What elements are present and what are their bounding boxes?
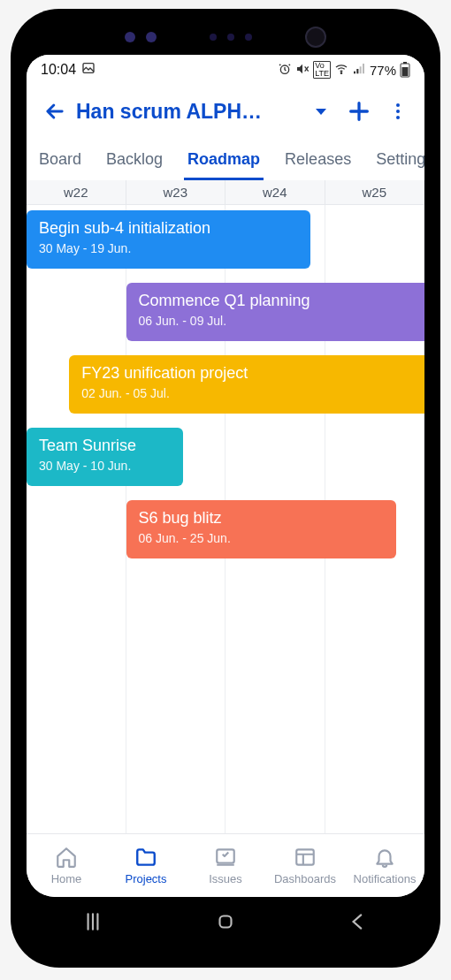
nav-issues[interactable]: Issues [186,834,265,897]
battery-label: 77% [370,63,396,78]
bell-icon [373,846,396,869]
home-icon [55,846,78,869]
svg-point-6 [396,103,400,107]
nav-notifications[interactable]: Notifications [345,834,424,897]
bottom-nav: Home Projects Issues [27,833,424,897]
gantt-bar[interactable]: Begin sub-4 initialization30 May - 19 Ju… [27,210,310,269]
app-bar: Han scrum ALPH… [27,85,424,138]
gantt-bar-dates: 06 Jun. - 25 Jun. [139,531,384,545]
nav-dashboards[interactable]: Dashboards [265,834,345,897]
nav-home[interactable]: Home [27,834,106,897]
gantt-bar-dates: 02 Jun. - 05 Jul. [81,386,424,400]
tab-roadmap[interactable]: Roadmap [175,138,272,180]
tab-backlog[interactable]: Backlog [94,138,175,180]
wifi-icon [334,62,348,79]
gantt-bar-title: Commence Q1 planning [139,292,425,310]
week-label: w22 [27,180,126,204]
nav-label: Dashboards [274,872,336,885]
recents-key[interactable] [81,910,104,937]
week-label: w23 [126,180,226,204]
picture-icon [81,61,96,79]
svg-point-7 [396,110,400,113]
alarm-icon [278,62,292,79]
status-bar: 10:04 VoLTE [27,55,424,85]
chevron-down-icon [316,109,326,115]
tab-releases[interactable]: Releases [272,138,363,180]
gantt-row: FY23 unification project02 Jun. - 05 Jul… [27,350,424,422]
svg-rect-5 [403,62,407,64]
roadmap-timeline[interactable]: w22 w23 w24 w25 Begin sub-4 initializati… [27,180,424,833]
project-title[interactable]: Han scrum ALPH… [76,100,299,124]
status-time: 10:04 [41,62,76,78]
gantt-row: Commence Q1 planning06 Jun. - 09 Jul. [27,277,424,350]
week-label: w25 [325,180,425,204]
gantt-row: S6 bug blitz06 Jun. - 25 Jun. [27,495,424,567]
tab-board[interactable]: Board [27,138,94,180]
gantt-bar-title: S6 bug blitz [139,509,384,528]
back-button[interactable] [37,94,73,129]
gantt-bar-dates: 30 May - 19 Jun. [39,241,298,255]
home-key[interactable] [214,910,237,937]
android-soft-keys [27,899,424,948]
tab-settings[interactable]: Setting [363,138,424,180]
add-button[interactable] [341,94,377,129]
project-tabs: Board Backlog Roadmap Releases Setting [27,138,424,180]
svg-rect-11 [220,916,232,928]
mute-icon [295,62,310,79]
gantt-row: Team Sunrise30 May - 10 Jun. [27,422,424,495]
project-dropdown[interactable] [302,94,338,129]
nav-label: Notifications [354,872,417,885]
tray-icon [214,846,237,869]
battery-icon [400,62,410,78]
gantt-bar-dates: 30 May - 10 Jun. [39,459,171,473]
nav-projects[interactable]: Projects [106,834,186,897]
svg-point-8 [396,116,400,119]
svg-rect-4 [402,67,409,76]
gantt-bar-dates: 06 Jun. - 09 Jul. [139,314,425,328]
nav-label: Issues [209,872,242,885]
svg-rect-10 [296,849,314,864]
week-label: w24 [226,180,325,204]
volte-icon: VoLTE [313,61,331,79]
gantt-bar[interactable]: Team Sunrise30 May - 10 Jun. [27,428,183,486]
gantt-bar-title: Begin sub-4 initialization [39,219,298,238]
gantt-bar-title: FY23 unification project [81,364,424,383]
nav-label: Home [51,872,82,885]
gantt-bar[interactable]: S6 bug blitz06 Jun. - 25 Jun. [126,500,396,558]
nav-label: Projects [126,872,167,885]
svg-point-2 [340,72,341,73]
back-key[interactable] [347,910,370,937]
phone-sensor-bar [125,27,326,48]
folder-icon [134,846,157,869]
overflow-menu[interactable] [380,94,416,129]
gantt-bar[interactable]: Commence Q1 planning06 Jun. - 09 Jul. [126,283,425,341]
gantt-bar[interactable]: FY23 unification project02 Jun. - 05 Jul… [69,355,424,414]
signal-icon [352,62,366,79]
timeline-week-header: w22 w23 w24 w25 [27,180,424,205]
dashboard-icon [294,846,317,869]
gantt-row: Begin sub-4 initialization30 May - 19 Ju… [27,205,424,277]
gantt-bar-title: Team Sunrise [39,437,171,455]
